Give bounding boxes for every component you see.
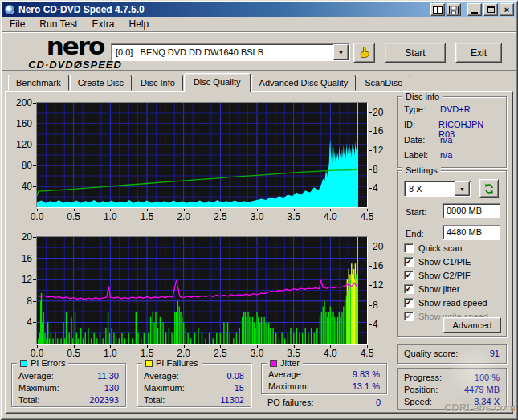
disc-info-legend: Disc info — [402, 92, 443, 101]
menu-run-test[interactable]: Run Test — [32, 17, 84, 31]
check-icon: ✓ — [406, 258, 412, 266]
jitter-maximum-label: Maximum: — [268, 381, 353, 393]
checkbox-show-c1-pie[interactable]: ✓Show C1/PIE — [404, 256, 471, 267]
cd-watermark — [448, 349, 506, 407]
tab-disc-quality[interactable]: Disc Quality — [184, 73, 251, 92]
pif-maximum-value: 15 — [235, 383, 244, 394]
disc-label-value: n/a — [440, 150, 452, 161]
maximize-icon — [487, 6, 495, 13]
tab-benchmark[interactable]: Benchmark — [8, 75, 69, 91]
pi-failures-jitter-chart — [36, 236, 368, 345]
pi-errors-swatch-icon — [20, 360, 27, 367]
start-position-input[interactable]: 0000 MB — [443, 203, 500, 218]
pi-failures-legend: PI Failures — [142, 358, 202, 368]
pi-failures-title: PI Failures — [156, 358, 198, 368]
jitter-legend: Jitter — [267, 358, 303, 368]
refresh-button[interactable] — [479, 179, 499, 198]
disc-info-panel: Disc info Type:DVD+R ID:RICOHJPN R03 Dat… — [397, 96, 507, 168]
checkbox-quick-scan[interactable]: ✓Quick scan — [404, 243, 462, 254]
check-icon: ✓ — [406, 312, 412, 320]
tab-advanced-disc-quality[interactable]: Advanced Disc Quality — [251, 75, 357, 91]
pi-errors-panel: PI Errors Average:11.30 Maximum:130 Tota… — [11, 363, 126, 407]
checkbox-box[interactable]: ✓ — [404, 243, 414, 253]
jitter-average-value: 9.83 % — [353, 369, 380, 381]
jitter-average-label: Average: — [268, 369, 353, 381]
pi-failures-panel: PI Failures Average:0.08 Maximum:15 Tota… — [137, 363, 251, 407]
disc-info-title: Disc info — [406, 92, 439, 101]
pif-average-label: Average: — [144, 371, 227, 382]
pif-total-value: 11302 — [220, 395, 244, 406]
pie-average-label: Average: — [18, 371, 97, 382]
maximize-button[interactable] — [483, 3, 498, 16]
pi-failures-swatch-icon — [145, 360, 153, 367]
chevron-down-icon: ▼ — [338, 50, 344, 55]
menu-extra[interactable]: Extra — [84, 17, 121, 31]
tab-disc-info[interactable]: Disc Info — [133, 75, 183, 91]
title-bar[interactable]: Nero CD-DVD Speed 4.7.5.0 × — [2, 2, 516, 17]
po-failures-label: PO failures: — [267, 398, 376, 407]
end-position-input[interactable]: 4480 MB — [443, 225, 500, 240]
disc-id-value: RICOHJPN R03 — [438, 120, 500, 131]
pif-average-value: 0.08 — [227, 371, 244, 382]
close-button[interactable]: × — [500, 3, 514, 16]
tab-scandisc[interactable]: ScanDisc — [357, 75, 410, 91]
end-position-label: End: — [406, 229, 424, 239]
eject-lock-button[interactable] — [353, 43, 375, 63]
checkbox-show-jitter[interactable]: ✓Show jitter — [404, 283, 459, 295]
disc-label-label: Label: — [404, 150, 440, 161]
checkbox-label: Show jitter — [418, 284, 459, 294]
pi-errors-legend: PI Errors — [17, 358, 68, 368]
tab-strip: Benchmark Create Disc Disc Info Disc Qua… — [8, 74, 411, 91]
pie-maximum-label: Maximum: — [18, 383, 104, 394]
menu-help[interactable]: Help — [122, 17, 157, 31]
checkbox-box[interactable]: ✓ — [404, 284, 414, 294]
settings-panel: Settings 8 X ▼ Start: 0000 MB End: 4480 … — [397, 170, 507, 337]
disc-type-value: DVD+R — [440, 104, 471, 116]
checkbox-show-read-speed[interactable]: ✓Show read speed — [404, 297, 487, 308]
close-icon: × — [504, 6, 509, 14]
pie-total-value: 202393 — [89, 395, 119, 406]
checkbox-box[interactable]: ✓ — [404, 257, 414, 267]
disc-date-value: n/a — [440, 135, 452, 146]
drive-select-dropdown-button[interactable]: ▼ — [333, 44, 349, 60]
advanced-button[interactable]: Advanced — [443, 317, 501, 333]
exit-button-label: Exit — [471, 47, 487, 59]
app-window: Nero CD-DVD Speed 4.7.5.0 × File Run Tes… — [0, 0, 518, 420]
report-icon — [433, 6, 443, 14]
checkbox-box[interactable]: ✓ — [404, 312, 414, 321]
jitter-panel: Jitter Average:9.83 % Maximum:13.1 % — [261, 363, 387, 394]
checkbox-box[interactable]: ✓ — [404, 298, 414, 308]
report-button[interactable] — [430, 3, 445, 16]
pie-maximum-value: 130 — [104, 383, 119, 394]
menu-bar: File Run Test Extra Help — [2, 17, 516, 32]
start-button[interactable]: Start — [385, 43, 446, 63]
jitter-maximum-value: 13.1 % — [353, 381, 380, 393]
speed-select-dropdown-button[interactable]: ▼ — [455, 181, 470, 196]
pi-errors-title: PI Errors — [31, 358, 65, 368]
check-icon: ✓ — [406, 271, 412, 279]
check-icon: ✓ — [406, 299, 412, 307]
po-failures-row: PO failures: 0 — [267, 398, 381, 407]
settings-legend: Settings — [402, 165, 441, 175]
exit-button[interactable]: Exit — [455, 43, 502, 63]
menu-file[interactable]: File — [2, 17, 32, 31]
jitter-swatch-icon — [270, 360, 277, 367]
disc-type-label: Type: — [404, 104, 440, 116]
checkbox-box[interactable]: ✓ — [404, 271, 414, 280]
pi-errors-chart — [36, 102, 368, 208]
checkbox-show-c2-pif[interactable]: ✓Show C2/PIF — [404, 270, 471, 281]
save-button[interactable] — [447, 3, 461, 16]
hand-icon — [357, 46, 371, 59]
pif-maximum-label: Maximum: — [144, 383, 235, 394]
start-position-label: Start: — [406, 207, 426, 217]
tab-create-disc[interactable]: Create Disc — [70, 75, 132, 91]
pi-errors-chart-canvas — [37, 103, 367, 207]
checkbox-label: Show C1/PIE — [418, 257, 471, 267]
start-button-label: Start — [405, 47, 425, 59]
watermark-text: CDRLabs.com — [443, 402, 516, 414]
minimize-button[interactable] — [467, 3, 482, 16]
drive-select[interactable]: [0:0] BENQ DVD DD DW1640 BSLB ▼ — [111, 43, 350, 61]
pif-total-label: Total: — [144, 395, 220, 406]
speed-select[interactable]: 8 X ▼ — [404, 181, 471, 197]
chevron-down-icon: ▼ — [459, 186, 465, 192]
